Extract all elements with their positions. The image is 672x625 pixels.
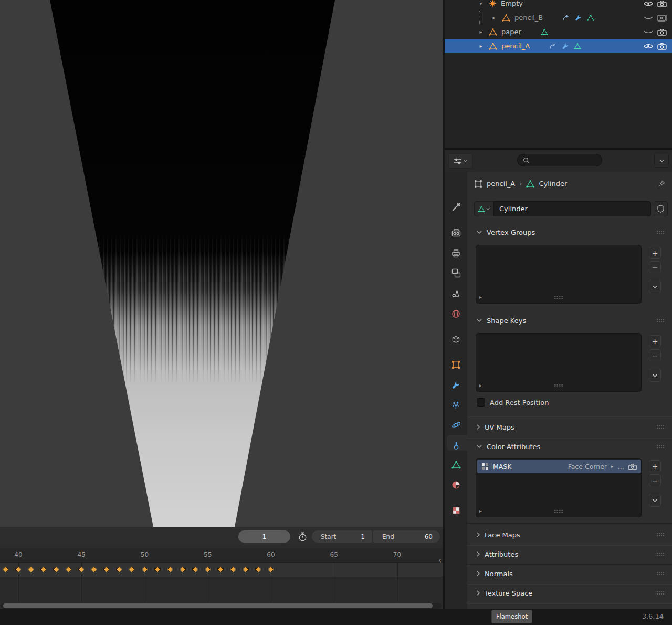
expand-down-icon[interactable]: ▾ bbox=[477, 1, 485, 6]
tab-collection-properties[interactable] bbox=[445, 331, 467, 347]
end-value: 60 bbox=[425, 533, 440, 540]
grip-icon[interactable] bbox=[656, 318, 665, 322]
vertex-group-specials-button[interactable] bbox=[649, 280, 661, 293]
outliner-item-label[interactable]: pencil_B bbox=[514, 14, 543, 22]
add-color-attribute-button[interactable]: + bbox=[649, 460, 661, 472]
breadcrumb-data-name[interactable]: Cylinder bbox=[539, 180, 567, 188]
outliner-row-paper[interactable]: ▸ paper bbox=[445, 25, 672, 39]
pin-icon[interactable] bbox=[658, 176, 665, 191]
grip-icon[interactable] bbox=[554, 296, 563, 299]
outliner-row-pencil-a[interactable]: ▸ pencil_A bbox=[445, 39, 672, 53]
color-attributes-list[interactable]: MASK Face Corner ▸ … ▸ bbox=[476, 458, 642, 517]
grip-icon[interactable] bbox=[656, 571, 665, 576]
color-attribute-row-mask[interactable]: MASK Face Corner ▸ … bbox=[477, 460, 641, 473]
add-shape-key-button[interactable]: + bbox=[649, 335, 661, 347]
outliner-item-label[interactable]: Empty bbox=[501, 0, 523, 7]
fake-user-shield-button[interactable] bbox=[654, 201, 668, 216]
panel-header-attributes[interactable]: Attributes bbox=[467, 547, 672, 561]
grip-icon[interactable] bbox=[656, 444, 665, 449]
chevron-right-icon bbox=[477, 590, 480, 596]
tab-particle-properties[interactable] bbox=[445, 397, 467, 413]
tab-view-layer-properties[interactable] bbox=[445, 265, 467, 281]
start-frame-field[interactable]: Start 1 bbox=[312, 530, 372, 543]
timeline-scrollbar-thumb[interactable] bbox=[3, 603, 433, 608]
panel-header-remesh[interactable]: Remesh bbox=[467, 605, 672, 609]
browse-mesh-data-button[interactable] bbox=[474, 201, 494, 216]
grip-icon[interactable] bbox=[656, 533, 665, 537]
color-attribute-specials-button[interactable] bbox=[649, 494, 661, 507]
add-vertex-group-button[interactable]: + bbox=[649, 247, 661, 259]
expand-right-icon[interactable]: ▸ bbox=[477, 29, 485, 35]
properties-search[interactable] bbox=[517, 154, 602, 166]
empty-object-icon bbox=[489, 0, 497, 7]
tab-tool-properties[interactable] bbox=[445, 199, 467, 215]
search-input[interactable] bbox=[533, 156, 593, 164]
eye-icon[interactable] bbox=[644, 43, 653, 49]
filter-dropdown-button[interactable] bbox=[654, 154, 669, 168]
grip-icon[interactable] bbox=[656, 591, 665, 595]
grip-icon[interactable] bbox=[656, 425, 665, 429]
mesh-data-name-field[interactable]: Cylinder bbox=[494, 201, 651, 216]
camera-icon[interactable] bbox=[657, 28, 667, 36]
eye-closed-icon[interactable] bbox=[644, 29, 653, 35]
tab-constraint-properties[interactable] bbox=[445, 438, 467, 453]
chevron-right-icon bbox=[477, 424, 480, 430]
vertex-groups-list[interactable]: ▸ bbox=[476, 245, 642, 304]
add-rest-position-checkbox[interactable] bbox=[477, 398, 485, 407]
tab-material-properties[interactable] bbox=[445, 477, 467, 493]
eye-closed-icon[interactable] bbox=[644, 15, 653, 21]
eye-icon[interactable] bbox=[644, 1, 653, 7]
outliner-item-label[interactable]: pencil_A bbox=[501, 42, 530, 50]
outliner-item-label[interactable]: paper bbox=[501, 28, 521, 36]
timeline-ruler[interactable]: ‹ 40455055606570 bbox=[0, 548, 443, 562]
tab-object-data-properties[interactable] bbox=[445, 457, 467, 473]
breadcrumb-separator: › bbox=[519, 180, 522, 188]
panel-header-face-maps[interactable]: Face Maps bbox=[467, 527, 672, 542]
chevron-right-icon bbox=[477, 551, 480, 557]
expand-right-icon[interactable]: ▸ bbox=[479, 382, 482, 388]
panel-header-texture-space[interactable]: Texture Space bbox=[467, 586, 672, 600]
remove-color-attribute-button[interactable]: − bbox=[649, 474, 661, 486]
remove-shape-key-button[interactable]: − bbox=[649, 349, 661, 361]
panel-header-uv-maps[interactable]: UV Maps bbox=[467, 420, 672, 434]
panel-header-vertex-groups[interactable]: Vertex Groups bbox=[467, 225, 672, 239]
tab-physics-properties[interactable] bbox=[445, 417, 467, 433]
camera-icon[interactable] bbox=[628, 463, 637, 470]
camera-icon[interactable] bbox=[657, 0, 667, 7]
tab-render-properties[interactable] bbox=[445, 225, 467, 241]
panel-header-shape-keys[interactable]: Shape Keys bbox=[467, 313, 672, 328]
grip-icon[interactable] bbox=[656, 230, 665, 234]
expand-right-icon[interactable]: ▸ bbox=[479, 508, 482, 514]
outliner-row-pencil-b[interactable]: ▸ pencil_B bbox=[445, 11, 672, 25]
tab-modifier-properties[interactable] bbox=[445, 377, 467, 393]
shape-key-specials-button[interactable] bbox=[649, 369, 661, 382]
end-frame-field[interactable]: End 60 bbox=[373, 530, 440, 543]
grip-icon[interactable] bbox=[554, 509, 563, 513]
outliner-row-empty[interactable]: ▾ Empty bbox=[445, 0, 672, 11]
expand-right-icon[interactable]: ▸ bbox=[490, 15, 498, 20]
grip-icon[interactable] bbox=[554, 384, 563, 388]
tab-object-properties[interactable] bbox=[445, 357, 467, 372]
camera-disabled-icon[interactable] bbox=[657, 14, 667, 22]
tab-world-properties[interactable] bbox=[445, 306, 467, 321]
tab-output-properties[interactable] bbox=[445, 245, 467, 261]
start-label: Start bbox=[312, 533, 336, 540]
grip-icon[interactable] bbox=[656, 552, 665, 556]
timeline-track[interactable] bbox=[0, 562, 443, 602]
editor-type-button[interactable] bbox=[448, 153, 472, 169]
timeline-scrollbar-track[interactable] bbox=[1, 603, 442, 609]
3d-viewport[interactable] bbox=[0, 0, 443, 527]
expand-right-icon[interactable]: ▸ bbox=[477, 43, 485, 49]
tab-scene-properties[interactable] bbox=[445, 285, 467, 301]
panel-separator bbox=[467, 416, 672, 416]
panel-header-normals[interactable]: Normals bbox=[467, 566, 672, 581]
panel-header-color-attributes[interactable]: Color Attributes bbox=[467, 439, 672, 454]
tab-texture-properties[interactable] bbox=[445, 503, 467, 518]
expand-right-icon[interactable]: ▸ bbox=[479, 294, 482, 300]
shape-keys-list[interactable]: ▸ bbox=[476, 333, 642, 392]
color-attribute-name: MASK bbox=[493, 463, 511, 471]
breadcrumb-object-name[interactable]: pencil_A bbox=[487, 180, 515, 188]
remove-vertex-group-button[interactable]: − bbox=[649, 261, 661, 273]
current-frame-field[interactable]: 1 bbox=[238, 530, 290, 543]
camera-icon[interactable] bbox=[657, 43, 667, 50]
